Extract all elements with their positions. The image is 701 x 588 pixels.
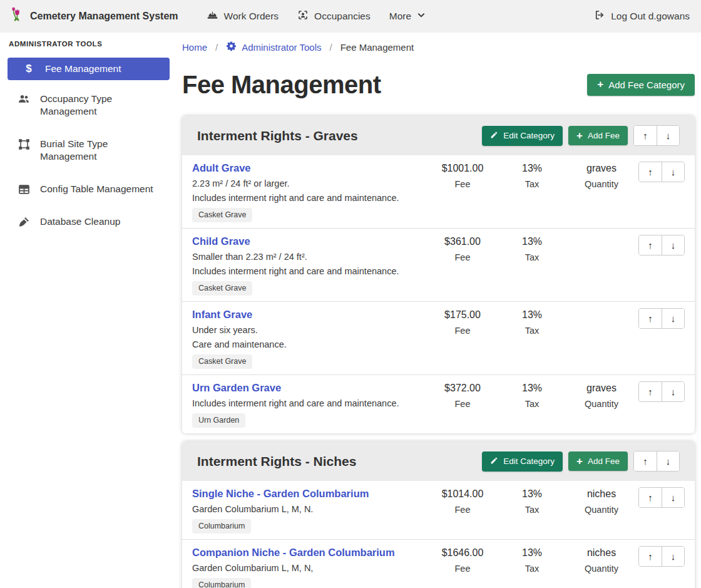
breadcrumb-admin-tools-link[interactable]: Administrator Tools bbox=[226, 41, 321, 53]
fee-tax-label: Tax bbox=[499, 252, 565, 262]
fee-amount-column: $175.00 Fee bbox=[426, 307, 499, 336]
breadcrumb: Home / Administrator Tools / Fee Managem… bbox=[182, 41, 695, 53]
nav-item-occupancies[interactable]: Occupancies bbox=[288, 0, 380, 33]
fee-quantity-column: niches Quantity bbox=[565, 487, 638, 515]
breadcrumb-home-link[interactable]: Home bbox=[182, 42, 207, 53]
fee-name-link[interactable]: Urn Garden Grave bbox=[192, 381, 281, 395]
fee-tax: 13% bbox=[499, 381, 565, 395]
fee-quantity-column: niches Quantity bbox=[565, 545, 638, 574]
fee-tax-label: Tax bbox=[499, 399, 565, 409]
fee-name-link[interactable]: Companion Niche - Garden Columbarium bbox=[192, 545, 395, 559]
sidebar: ADMINISTRATOR TOOLS $ Fee Management Occ… bbox=[0, 33, 177, 588]
fee-tax: 13% bbox=[499, 235, 565, 249]
add-fee-button[interactable]: + Add Fee bbox=[568, 126, 628, 145]
sidebar-item-fee-management[interactable]: $ Fee Management bbox=[8, 58, 170, 80]
fee-name-link[interactable]: Infant Grave bbox=[192, 307, 252, 321]
sidebar-item-label: Config Table Management bbox=[40, 183, 153, 195]
nav-links: Work Orders Occupancies More bbox=[197, 0, 436, 33]
fee-name-link[interactable]: Child Grave bbox=[192, 234, 250, 248]
nav-item-work-orders[interactable]: Work Orders bbox=[197, 0, 289, 33]
move-fee-down-button[interactable]: ↓ bbox=[662, 547, 684, 566]
breadcrumb-home-label: Home bbox=[182, 42, 207, 53]
fee-amount-column: $372.00 Fee bbox=[426, 381, 499, 409]
fee-amount-label: Fee bbox=[426, 505, 499, 515]
move-fee-up-button[interactable]: ↑ bbox=[639, 309, 662, 328]
fee-amount: $175.00 bbox=[426, 308, 499, 322]
move-fee-up-button[interactable]: ↑ bbox=[639, 162, 662, 182]
fee-tax-column: 13% Tax bbox=[499, 307, 565, 336]
fee-reorder-group: ↑ ↓ bbox=[638, 546, 685, 567]
fee-tax: 13% bbox=[499, 487, 565, 501]
dollar-icon: $ bbox=[23, 63, 35, 75]
fee-name-link[interactable]: Single Niche - Garden Columbarium bbox=[192, 487, 369, 500]
sidebar-item-burial-site-type-management[interactable]: Burial Site Type Management bbox=[8, 133, 170, 168]
fee-tax: 13% bbox=[499, 546, 565, 560]
move-category-up-button[interactable]: ↑ bbox=[634, 126, 657, 145]
gear-icon bbox=[226, 41, 237, 53]
fee-quantity-label: Quantity bbox=[565, 399, 638, 409]
move-fee-down-button[interactable]: ↓ bbox=[662, 382, 684, 401]
fee-quantity-column bbox=[565, 307, 638, 312]
fee-tax: 13% bbox=[499, 308, 565, 322]
table-icon bbox=[18, 183, 30, 195]
logout-button[interactable]: Log Out d.gowans bbox=[593, 9, 691, 23]
sidebar-heading: ADMINISTRATOR TOOLS bbox=[0, 40, 177, 48]
fee-amount-label: Fee bbox=[426, 252, 499, 262]
move-fee-up-button[interactable]: ↑ bbox=[639, 235, 662, 255]
pencil-icon bbox=[490, 456, 498, 467]
fee-quantity: graves bbox=[565, 162, 638, 175]
add-fee-category-button[interactable]: + Add Fee Category bbox=[587, 74, 695, 96]
fee-row: Companion Niche - Garden Columbarium Gar… bbox=[182, 540, 695, 588]
move-fee-down-button[interactable]: ↓ bbox=[662, 235, 684, 255]
sidebar-item-config-table-management[interactable]: Config Table Management bbox=[8, 178, 170, 200]
add-fee-label: Add Fee bbox=[588, 456, 620, 466]
fee-description: Garden Columbarium L, M, N. bbox=[192, 503, 422, 515]
fee-list: Single Niche - Garden Columbarium Garden… bbox=[182, 481, 695, 588]
move-fee-up-button[interactable]: ↑ bbox=[639, 382, 662, 401]
move-category-down-button[interactable]: ↓ bbox=[657, 126, 679, 145]
fee-description: Smaller than 2.23 m² / 24 ft². bbox=[192, 251, 422, 262]
edit-category-button[interactable]: Edit Category bbox=[482, 451, 563, 472]
sidebar-item-label: Fee Management bbox=[45, 63, 121, 75]
chevron-down-icon bbox=[417, 11, 426, 22]
fee-quantity-column: graves Quantity bbox=[565, 161, 638, 189]
move-fee-up-button[interactable]: ↑ bbox=[639, 488, 662, 507]
category-title: Interment Rights - Niches bbox=[197, 451, 356, 471]
category-actions: Edit Category + Add Fee ↑ ↓ bbox=[482, 451, 680, 472]
fee-quantity: niches bbox=[565, 546, 638, 560]
fee-tax-label: Tax bbox=[499, 179, 565, 189]
move-fee-down-button[interactable]: ↓ bbox=[662, 488, 684, 507]
fee-quantity-label: Quantity bbox=[565, 179, 638, 189]
nav-item-more[interactable]: More bbox=[380, 0, 435, 33]
sidebar-item-occupancy-type-management[interactable]: Occupancy Type Management bbox=[8, 88, 170, 123]
plus-icon: + bbox=[597, 80, 603, 89]
category-title: Interment Rights - Graves bbox=[197, 126, 358, 145]
nav-item-label: More bbox=[389, 11, 411, 22]
fee-tax-label: Tax bbox=[499, 326, 565, 336]
sidebar-items: $ Fee Management Occupancy Type Manageme… bbox=[0, 58, 177, 233]
fee-amount-label: Fee bbox=[426, 564, 499, 574]
fee-name-link[interactable]: Adult Grave bbox=[192, 161, 251, 175]
app-title: Cemetery Management System bbox=[30, 11, 178, 22]
sidebar-item-database-cleanup[interactable]: Database Cleanup bbox=[8, 210, 170, 233]
fee-description: Care and maintenance. bbox=[192, 339, 422, 350]
category-actions: Edit Category + Add Fee ↑ ↓ bbox=[482, 125, 680, 146]
edit-category-button[interactable]: Edit Category bbox=[482, 126, 563, 146]
people-icon bbox=[18, 93, 30, 105]
move-category-down-button[interactable]: ↓ bbox=[657, 451, 679, 471]
add-fee-button[interactable]: + Add Fee bbox=[568, 451, 628, 471]
nav-item-label: Work Orders bbox=[224, 11, 279, 22]
move-category-up-button[interactable]: ↑ bbox=[634, 451, 657, 471]
category-header: Interment Rights - Graves Edit Category … bbox=[182, 116, 695, 155]
move-fee-up-button[interactable]: ↑ bbox=[639, 547, 662, 566]
logout-icon bbox=[594, 9, 605, 23]
move-fee-down-button[interactable]: ↓ bbox=[662, 309, 684, 328]
fee-tax-column: 13% Tax bbox=[499, 234, 565, 262]
fee-description: Garden Columbarium L, M, N, bbox=[192, 562, 422, 574]
fee-amount: $1001.00 bbox=[426, 162, 499, 175]
move-fee-down-button[interactable]: ↓ bbox=[662, 162, 684, 182]
breadcrumb-separator: / bbox=[329, 42, 332, 53]
sidebar-item-label: Database Cleanup bbox=[40, 215, 120, 228]
main-content: Home / Administrator Tools / Fee Managem… bbox=[177, 33, 701, 588]
sidebar-item-label: Occupancy Type Management bbox=[40, 93, 162, 118]
